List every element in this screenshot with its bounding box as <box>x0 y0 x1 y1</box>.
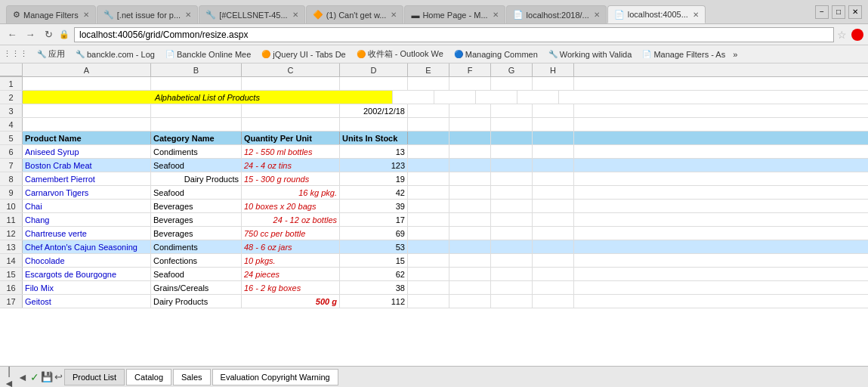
cell-7-e[interactable] <box>408 159 449 172</box>
cell-2-g[interactable] <box>476 91 517 104</box>
minimize-button[interactable]: − <box>815 5 829 19</box>
cell-9-f[interactable] <box>449 186 491 199</box>
cell-11-e[interactable] <box>408 213 449 226</box>
col-header-f[interactable]: F <box>449 63 491 76</box>
cell-2-h[interactable] <box>517 91 559 104</box>
address-input[interactable] <box>74 27 834 42</box>
bookmark-3[interactable]: 🟠 jQuery UI - Tabs De <box>257 47 350 62</box>
cell-4-a[interactable] <box>23 118 151 131</box>
cell-14-f[interactable] <box>449 254 491 267</box>
cell-1-b[interactable] <box>151 77 242 90</box>
nav-prev-button[interactable]: ◄ <box>17 371 29 383</box>
product-link-9[interactable]: Carnarvon Tigers <box>25 188 88 197</box>
header-product-name[interactable]: Product Name <box>23 132 151 144</box>
cell-1-a[interactable] <box>23 77 151 90</box>
cell-17-h[interactable] <box>533 295 574 308</box>
tab-cant-get[interactable]: 🔶 (1) Can't get w... ✕ <box>306 5 404 23</box>
cell-1-c[interactable] <box>242 77 340 90</box>
cell-13-b[interactable]: Condiments <box>151 240 242 253</box>
cell-10-f[interactable] <box>449 200 491 212</box>
cell-16-b[interactable]: Grains/Cereals <box>151 281 242 294</box>
cell-13-g[interactable] <box>491 240 533 253</box>
cell-6-b[interactable]: Condiments <box>151 145 242 158</box>
cell-14-d[interactable]: 15 <box>340 254 408 267</box>
header-e[interactable] <box>408 132 449 144</box>
product-link-6[interactable]: Aniseed Syrup <box>25 147 79 156</box>
cell-9-d[interactable]: 42 <box>340 186 408 199</box>
cell-13-c[interactable]: 48 - 6 oz jars <box>242 240 340 253</box>
product-link-10[interactable]: Chai <box>25 202 42 211</box>
cell-6-c[interactable]: 12 - 550 ml bottles <box>242 145 340 158</box>
bookmark-0[interactable]: 🔧 应用 <box>32 47 70 62</box>
cell-8-a[interactable]: Camembert Pierrot <box>23 172 151 185</box>
header-h[interactable] <box>533 132 574 144</box>
cell-3-c[interactable] <box>242 104 340 117</box>
cell-1-e[interactable] <box>408 77 449 90</box>
cell-9-b[interactable]: Seafood <box>151 186 242 199</box>
check-icon[interactable]: ✓ <box>30 371 39 383</box>
cell-15-h[interactable] <box>533 268 574 280</box>
cell-4-e[interactable] <box>408 118 449 131</box>
cell-10-d[interactable]: 39 <box>340 200 408 212</box>
undo-icon[interactable]: ↩ <box>54 371 63 382</box>
bookmark-7[interactable]: 📄 Manage Filters - As <box>638 47 730 62</box>
header-category-name[interactable]: Category Name <box>151 132 242 144</box>
cell-4-g[interactable] <box>491 118 533 131</box>
cell-15-g[interactable] <box>491 268 533 280</box>
cell-11-f[interactable] <box>449 213 491 226</box>
cell-7-g[interactable] <box>491 159 533 172</box>
bookmark-2[interactable]: 📄 Banckle Online Mee <box>161 47 255 62</box>
tab-cellsnet[interactable]: 🔧 [#CELLSNET-45... ✕ <box>199 5 305 23</box>
cell-1-g[interactable] <box>491 77 533 90</box>
cell-10-g[interactable] <box>491 200 533 212</box>
forward-button[interactable]: → <box>23 27 38 42</box>
col-header-b[interactable]: B <box>151 63 242 76</box>
cell-7-h[interactable] <box>533 159 574 172</box>
cell-16-g[interactable] <box>491 281 533 294</box>
sheet-tab-evaluation[interactable]: Evaluation Copyright Warning <box>212 369 338 385</box>
col-header-d[interactable]: D <box>340 63 408 76</box>
cell-17-b[interactable]: Dairy Products <box>151 295 242 308</box>
cell-7-d[interactable]: 123 <box>340 159 408 172</box>
tab-manage-filters[interactable]: ⚙ Manage Filters ✕ <box>6 5 96 23</box>
bookmark-star[interactable]: ☆ <box>837 29 847 41</box>
tab-close-6[interactable]: ✕ <box>693 11 699 19</box>
cell-16-a[interactable]: Filo Mix <box>23 281 151 294</box>
product-link-13[interactable]: Chef Anton's Cajun Seasoning <box>25 243 137 252</box>
product-link-17[interactable]: Geitost <box>25 297 51 306</box>
cell-3-b[interactable] <box>151 104 242 117</box>
cell-6-f[interactable] <box>449 145 491 158</box>
cell-2-e[interactable] <box>393 91 434 104</box>
cell-12-e[interactable] <box>408 227 449 240</box>
tab-close-5[interactable]: ✕ <box>594 11 600 19</box>
header-g[interactable] <box>491 132 533 144</box>
cell-4-f[interactable] <box>449 118 491 131</box>
cell-3-f[interactable] <box>449 104 491 117</box>
cell-3-g[interactable] <box>491 104 533 117</box>
cell-11-d[interactable]: 17 <box>340 213 408 226</box>
tab-close-2[interactable]: ✕ <box>292 11 298 19</box>
cell-8-f[interactable] <box>449 172 491 185</box>
tab-close-4[interactable]: ✕ <box>493 11 499 19</box>
product-link-7[interactable]: Boston Crab Meat <box>25 161 92 170</box>
tab-close-1[interactable]: ✕ <box>185 11 191 19</box>
cell-12-d[interactable]: 69 <box>340 227 408 240</box>
cell-4-b[interactable] <box>151 118 242 131</box>
col-header-g[interactable]: G <box>491 63 533 76</box>
col-header-c[interactable]: C <box>242 63 340 76</box>
refresh-button[interactable]: ↻ <box>41 27 56 42</box>
cell-10-c[interactable]: 10 boxes x 20 bags <box>242 200 340 212</box>
cell-6-g[interactable] <box>491 145 533 158</box>
cell-9-h[interactable] <box>533 186 574 199</box>
cell-8-e[interactable] <box>408 172 449 185</box>
cell-16-c[interactable]: 16 - 2 kg boxes <box>242 281 340 294</box>
date-cell[interactable]: 2002/12/18 <box>340 104 408 117</box>
cell-11-c[interactable]: 24 - 12 oz bottles <box>242 213 340 226</box>
cell-4-h[interactable] <box>533 118 574 131</box>
cell-4-d[interactable] <box>340 118 408 131</box>
header-f[interactable] <box>449 132 491 144</box>
cell-17-d[interactable]: 112 <box>340 295 408 308</box>
product-link-16[interactable]: Filo Mix <box>25 283 54 293</box>
cell-11-a[interactable]: Chang <box>23 213 151 226</box>
save-icon[interactable]: 💾 <box>41 371 53 382</box>
